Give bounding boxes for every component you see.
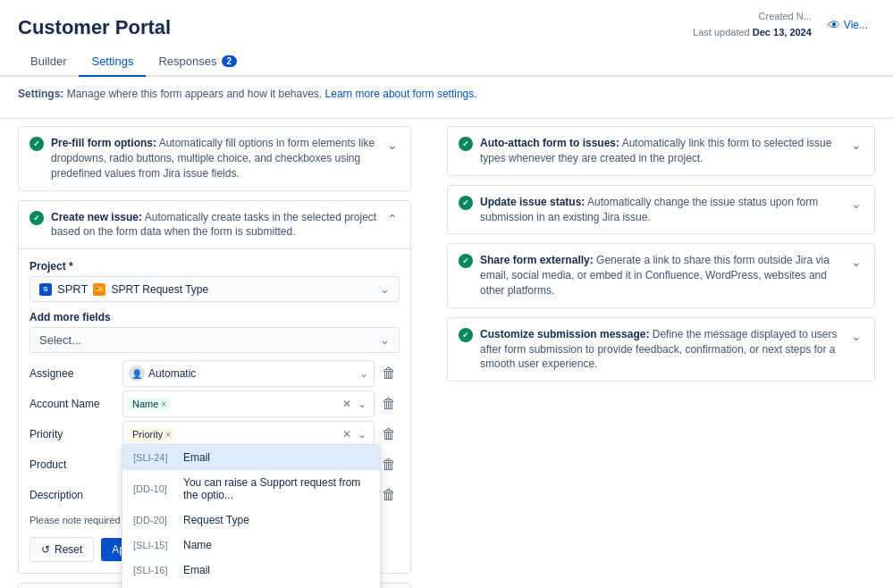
share-form-text: Share form externally: Generate a link t… <box>480 253 849 298</box>
learn-more-link[interactable]: Learn more about form settings. <box>325 88 477 100</box>
dropdown-label-1: Email <box>183 451 210 464</box>
customize-chevron-icon[interactable]: ⌄ <box>849 327 864 345</box>
assignee-select[interactable]: 👤 Automatic ⌄ <box>122 360 375 387</box>
account-chevron-icon[interactable]: ⌄ <box>356 396 368 412</box>
check-icon-create <box>29 211 44 225</box>
add-fields-select[interactable]: Select... ⌄ <box>29 327 400 353</box>
dropdown-item-dd20[interactable]: [DD-20] Request Type <box>122 508 380 533</box>
check-icon-share <box>459 254 473 268</box>
eye-icon: 👁 <box>828 18 840 32</box>
share-form-chevron-icon[interactable]: ⌄ <box>849 253 864 271</box>
field-dropdown: [SLI-24] Email [DD-10] You can raise a S… <box>122 444 381 588</box>
account-name-label: Account Name <box>29 398 119 410</box>
prefill-chevron-icon[interactable]: ⌄ <box>385 136 400 154</box>
tab-builder[interactable]: Builder <box>18 47 79 77</box>
assignee-chevron-icon: ⌄ <box>359 367 368 380</box>
field-row-assignee: Assignee 👤 Automatic ⌄ 🗑 <box>29 360 400 387</box>
auto-attach-chevron-icon[interactable]: ⌄ <box>849 136 864 154</box>
reset-icon: ↺ <box>41 543 50 556</box>
page-title: Customer Portal <box>18 16 171 39</box>
dropdown-item-sli15[interactable]: [SLI-15] Name <box>122 533 380 558</box>
project-select[interactable]: S SPRT 🎫 SPRT Request Type ⌄ <box>29 276 400 302</box>
request-type-label: SPRT Request Type <box>111 283 208 296</box>
assignee-label: Assignee <box>29 367 119 380</box>
description-delete-button[interactable]: 🗑 <box>378 484 400 506</box>
priority-tag-close[interactable]: × <box>165 430 171 440</box>
created-text: Created N... <box>693 9 812 25</box>
check-icon-prefill <box>29 137 44 151</box>
pre-fill-text: Pre-fill form options: Automatically fil… <box>51 136 385 181</box>
priority-label: Priority <box>29 428 119 441</box>
right-panel: Auto-attach form to issues: Automaticall… <box>429 126 875 588</box>
dropdown-id-5: [SLI-16] <box>133 565 178 575</box>
auto-attach-section: Auto-attach form to issues: Automaticall… <box>447 126 875 176</box>
reset-button[interactable]: ↺ Reset <box>29 537 94 562</box>
project-icon: S <box>39 283 52 296</box>
assignee-delete-button[interactable]: 🗑 <box>378 363 400 384</box>
dropdown-label-3: Request Type <box>183 514 249 526</box>
auto-attach-text: Auto-attach form to issues: Automaticall… <box>480 136 849 166</box>
account-name-delete-button[interactable]: 🗑 <box>378 393 400 415</box>
add-fields-chevron-icon: ⌄ <box>380 333 390 347</box>
dropdown-label-4: Name <box>183 539 212 551</box>
customize-section: Customize submission message: Define the… <box>447 317 875 382</box>
check-icon-status <box>459 196 473 210</box>
updated-text: Last updated Dec 13, 2024 <box>693 25 812 41</box>
settings-label: Settings: <box>18 88 63 100</box>
assignee-value: Automatic <box>148 367 196 380</box>
priority-tag: Priority × <box>129 428 174 441</box>
project-field-label: Project * <box>29 260 400 273</box>
customize-text: Customize submission message: Define the… <box>480 327 849 372</box>
create-issue-text: Create new issue: Automatically create t… <box>51 210 385 240</box>
add-fields-label: Add more fields <box>29 311 400 323</box>
dropdown-id-4: [SLI-15] <box>133 540 178 550</box>
create-chevron-icon[interactable]: ⌃ <box>385 210 400 228</box>
priority-chevron-icon[interactable]: ⌄ <box>356 426 368 442</box>
description-label: Description <box>29 489 119 501</box>
responses-badge: 2 <box>222 55 238 67</box>
update-status-chevron-icon[interactable]: ⌄ <box>849 195 864 213</box>
person-icon: 👤 <box>129 365 145 382</box>
dropdown-label-5: Email <box>183 564 210 576</box>
dropdown-item-sli16[interactable]: [SLI-16] Email <box>122 558 380 583</box>
dropdown-item-dd10[interactable]: [DD-10] You can raise a Support request … <box>122 470 380 508</box>
check-icon-customize <box>459 328 473 342</box>
dropdown-item-dd11[interactable]: [DD-11] Product <box>122 583 380 588</box>
product-delete-button[interactable]: 🗑 <box>378 454 400 475</box>
dropdown-label-2: You can raise a Support request from the… <box>183 476 369 501</box>
dropdown-id-1: [SLI-24] <box>133 452 178 463</box>
account-name-tag: Name × <box>129 398 170 410</box>
tab-settings[interactable]: Settings <box>79 47 146 77</box>
field-row-account-name: Account Name Name × ✕ ⌄ <box>29 391 400 417</box>
account-clear-icon[interactable]: ✕ <box>341 396 353 412</box>
dropdown-item-sli24-email[interactable]: [SLI-24] Email <box>122 445 380 470</box>
update-status-section: Update issue status: Automatically chang… <box>447 185 875 235</box>
request-type-icon: 🎫 <box>93 283 105 296</box>
dropdown-id-3: [DD-20] <box>133 515 178 525</box>
tab-responses[interactable]: Responses 2 <box>146 47 249 77</box>
check-icon-auto-attach <box>459 137 473 151</box>
project-sprt: SPRT <box>57 282 88 296</box>
settings-description: Manage where this form appears and how i… <box>67 88 325 100</box>
priority-clear-icon[interactable]: ✕ <box>341 426 353 442</box>
update-status-text: Update issue status: Automatically chang… <box>480 195 849 225</box>
share-form-section: Share form externally: Generate a link t… <box>447 243 875 307</box>
priority-delete-button[interactable]: 🗑 <box>378 424 400 445</box>
project-chevron-icon: ⌄ <box>380 282 390 296</box>
account-name-select[interactable]: Name × ✕ ⌄ <box>122 391 375 417</box>
account-name-tag-close[interactable]: × <box>161 399 166 409</box>
view-button[interactable]: 👁 Vie... <box>821 14 875 36</box>
header-meta: Created N... Last updated Dec 13, 2024 <box>693 9 812 40</box>
dropdown-id-2: [DD-10] <box>133 483 178 494</box>
product-label: Product <box>29 458 119 471</box>
pre-fill-section: Pre-fill form options: Automatically fil… <box>18 126 411 190</box>
